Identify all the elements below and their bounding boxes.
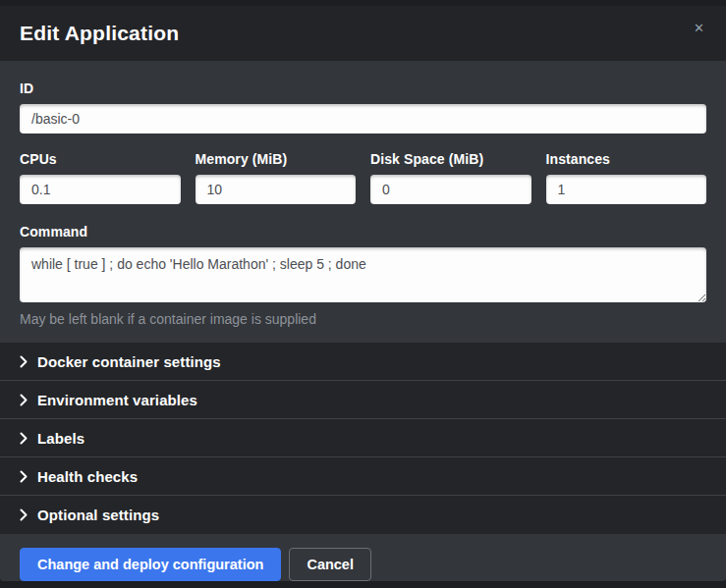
section-docker-container-settings[interactable]: Docker container settings <box>0 343 726 381</box>
field-command: Command while [ true ] ; do echo 'Hello … <box>20 224 706 327</box>
section-label: Environment variables <box>37 392 197 408</box>
modal-header: Edit Application ✕ <box>0 6 726 61</box>
section-health-checks[interactable]: Health checks <box>0 457 726 496</box>
section-label: Labels <box>37 430 84 447</box>
chevron-right-icon <box>20 508 28 521</box>
memory-input[interactable] <box>195 175 357 204</box>
resources-row: CPUs Memory (MiB) Disk Space (MiB) Insta… <box>20 151 706 204</box>
chevron-right-icon <box>20 394 28 406</box>
change-and-deploy-button[interactable]: Change and deploy configuration <box>20 548 281 581</box>
disk-input[interactable] <box>370 175 531 204</box>
edit-application-form: ID CPUs Memory (MiB) Disk Space (MiB) In <box>0 61 726 343</box>
section-environment-variables[interactable]: Environment variables <box>0 381 726 419</box>
cancel-button[interactable]: Cancel <box>289 548 371 581</box>
id-label: ID <box>20 80 706 96</box>
instances-input[interactable] <box>546 175 707 204</box>
edit-application-modal: Edit Application ✕ ID CPUs Memory (MiB) … <box>0 6 726 581</box>
field-cpus: CPUs <box>20 151 181 204</box>
section-label: Docker container settings <box>37 353 221 370</box>
field-memory: Memory (MiB) <box>195 151 357 204</box>
modal-overlay: Edit Application ✕ ID CPUs Memory (MiB) … <box>0 0 726 588</box>
chevron-right-icon <box>20 355 28 368</box>
field-instances: Instances <box>546 151 707 204</box>
modal-footer: Change and deploy configuration Cancel <box>0 534 726 581</box>
section-label: Optional settings <box>37 507 159 523</box>
memory-label: Memory (MiB) <box>195 151 357 167</box>
modal-title: Edit Application <box>20 22 179 45</box>
disk-label: Disk Space (MiB) <box>370 151 531 167</box>
command-textarea[interactable]: while [ true ] ; do echo 'Hello Marathon… <box>20 247 706 302</box>
field-disk: Disk Space (MiB) <box>370 151 531 204</box>
command-label: Command <box>20 224 706 240</box>
chevron-right-icon <box>20 470 28 483</box>
cpus-input[interactable] <box>20 175 181 204</box>
section-label: Health checks <box>37 468 138 485</box>
id-input[interactable] <box>20 104 706 134</box>
instances-label: Instances <box>546 151 707 167</box>
close-icon[interactable]: ✕ <box>688 18 710 38</box>
cpus-label: CPUs <box>20 151 181 167</box>
accordion-sections: Docker container settings Environment va… <box>0 343 726 534</box>
command-help-text: May be left blank if a container image i… <box>20 311 706 327</box>
chevron-right-icon <box>20 432 28 445</box>
section-labels[interactable]: Labels <box>0 419 726 457</box>
field-id: ID <box>20 80 706 134</box>
section-optional-settings[interactable]: Optional settings <box>0 496 726 534</box>
